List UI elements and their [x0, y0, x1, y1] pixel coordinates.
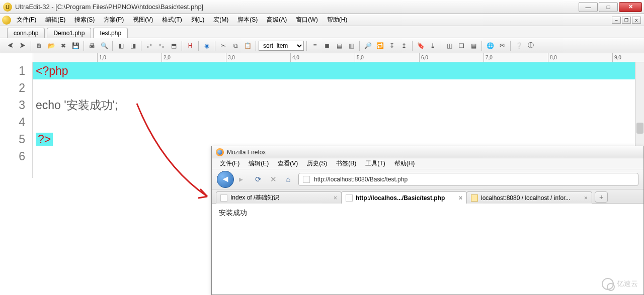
menu-column[interactable]: 列(L) [188, 15, 208, 25]
file-tab-demo1[interactable]: Demo1.php [47, 28, 91, 38]
menu-project[interactable]: 方案(P) [100, 15, 127, 25]
find-next-icon[interactable]: ↧ [386, 40, 397, 51]
ruler-tick: 7,0 [484, 53, 493, 62]
minimize-button[interactable]: — [579, 2, 598, 12]
ff-menu-tools[interactable]: 工具(T) [361, 158, 389, 169]
tab-close-icon[interactable]: × [584, 194, 588, 202]
window-split-icon[interactable]: ▦ [468, 40, 479, 51]
ruler-tick: 9,0 [612, 53, 621, 62]
align-icon-1[interactable]: ▤ [334, 40, 345, 51]
ff-tab-1[interactable]: Index of /基础知识 × [216, 191, 342, 204]
find-replace-icon[interactable]: 🔁 [374, 40, 385, 51]
maximize-button[interactable]: □ [599, 2, 618, 12]
ff-menu-view[interactable]: 查看(V) [274, 158, 302, 169]
window-cascade-icon[interactable]: ❏ [456, 40, 467, 51]
nav-forward-button[interactable]: ▸ [239, 174, 248, 184]
web-icon[interactable]: 🌐 [485, 40, 496, 51]
find-prev-icon[interactable]: ↥ [398, 40, 410, 51]
ff-tab-3[interactable]: localhost:8080 / localhost / infor... × [466, 191, 592, 204]
menu-macro[interactable]: 宏(M) [210, 15, 232, 25]
mail-icon[interactable]: ✉ [497, 40, 508, 51]
scrollbar-thumb[interactable] [636, 123, 643, 134]
cut-icon[interactable]: ✂ [218, 40, 229, 51]
ruler-tick: 3,0 [226, 53, 235, 62]
bookmark-icon[interactable]: 🔖 [415, 40, 426, 51]
ruler-tick: 2,0 [162, 53, 171, 62]
file-tab-test[interactable]: test.php [93, 28, 128, 38]
tab-label: Index of /基础知识 [230, 193, 331, 202]
menu-view[interactable]: 视图(V) [129, 15, 156, 25]
stop-icon[interactable]: ✕ [268, 174, 278, 184]
ue-titlebar[interactable]: U UltraEdit-32 - [C:\Program Files\PHPNO… [0, 0, 644, 14]
mdi-close-button[interactable]: x [632, 17, 641, 24]
ff-titlebar[interactable]: Mozilla Firefox [212, 146, 643, 158]
hex-mode-icon[interactable]: H [185, 40, 196, 51]
page-output-text: 安装成功 [219, 209, 247, 217]
close-button[interactable]: ✕ [619, 2, 642, 12]
print-icon[interactable]: 🖶 [87, 40, 98, 51]
forward-icon[interactable]: ⮞ [17, 40, 28, 51]
about-icon[interactable]: ⓘ [525, 40, 536, 51]
sort-combo[interactable]: sort_item [259, 41, 304, 51]
save-icon[interactable]: 💾 [70, 40, 81, 51]
find-icon[interactable]: 🔎 [362, 40, 373, 51]
page-icon [471, 194, 478, 202]
ff-menu-file[interactable]: 文件(F) [216, 158, 244, 169]
ff-menu-history[interactable]: 历史(S) [303, 158, 331, 169]
paste-icon[interactable]: 📋 [242, 40, 253, 51]
convert-icon-3[interactable]: ⬒ [168, 40, 179, 51]
copy-icon[interactable]: ⧉ [230, 40, 241, 51]
ultraedit-app-icon: U [3, 3, 12, 12]
convert-icon-2[interactable]: ⇆ [156, 40, 167, 51]
indent-left-icon[interactable]: ≡ [309, 40, 320, 51]
window-tile-icon[interactable]: ◫ [444, 40, 455, 51]
line-number: 4 [0, 114, 25, 131]
line-number: 6 [0, 148, 25, 165]
reload-icon[interactable]: ⟳ [253, 174, 263, 184]
code-line-3[interactable]: echo '安装成功'; [33, 96, 644, 114]
print-preview-icon[interactable]: 🔍 [99, 40, 110, 51]
ff-tab-2[interactable]: http://localhos.../Basic/test.php × [341, 191, 467, 204]
new-tab-button[interactable]: + [595, 191, 608, 203]
ff-menu-help[interactable]: 帮助(H) [390, 158, 419, 169]
url-bar[interactable]: http://localhost:8080/Basic/test.php [298, 173, 638, 186]
home-icon[interactable]: ⌂ [283, 174, 293, 184]
menu-format[interactable]: 格式(T) [158, 15, 185, 25]
convert-icon-1[interactable]: ⇄ [144, 40, 155, 51]
menu-advanced[interactable]: 高级(A) [263, 15, 290, 25]
close-file-icon[interactable]: ✖ [58, 40, 69, 51]
toggle-icon-2[interactable]: ◨ [127, 40, 138, 51]
menu-script[interactable]: 脚本(S) [234, 15, 261, 25]
align-icon-2[interactable]: ▥ [346, 40, 357, 51]
file-tab-conn[interactable]: conn.php [7, 28, 45, 38]
bookmark-next-icon[interactable]: ⤓ [427, 40, 438, 51]
nav-back-button[interactable]: ◄ [217, 171, 234, 188]
mdi-restore-button[interactable]: ❐ [622, 17, 631, 24]
menu-search[interactable]: 搜索(S) [71, 15, 98, 25]
menu-file[interactable]: 文件(F) [13, 15, 40, 25]
new-file-icon[interactable]: 🗎 [34, 40, 45, 51]
menu-help[interactable]: 帮助(H) [324, 15, 351, 25]
page-icon [220, 194, 227, 202]
tab-close-icon[interactable]: × [334, 194, 337, 202]
ff-menu-bookmarks[interactable]: 书签(B) [332, 158, 360, 169]
indent-right-icon[interactable]: ≣ [321, 40, 333, 51]
code-line-2[interactable] [33, 79, 644, 96]
record-icon[interactable]: ◉ [201, 40, 212, 51]
mdi-minimize-button[interactable]: – [612, 17, 621, 24]
open-file-icon[interactable]: 📂 [46, 40, 57, 51]
menu-edit[interactable]: 编辑(E) [42, 15, 69, 25]
code-line-1[interactable]: <?php [33, 62, 644, 79]
back-icon[interactable]: ⮜ [5, 40, 16, 51]
menu-window[interactable]: 窗口(W) [292, 15, 321, 25]
toggle-icon-1[interactable]: ◧ [115, 40, 126, 51]
page-identity-icon[interactable] [303, 176, 310, 183]
line-number: 2 [0, 79, 25, 96]
ruler-tick: 1,0 [97, 53, 106, 62]
ff-menu-edit[interactable]: 编辑(E) [245, 158, 273, 169]
tab-close-icon[interactable]: × [459, 194, 462, 202]
help-icon[interactable]: ❔ [513, 40, 524, 51]
code-line-5[interactable]: ?> [33, 131, 644, 148]
ultraedit-app-icon [2, 16, 11, 25]
code-line-4[interactable] [33, 114, 644, 131]
